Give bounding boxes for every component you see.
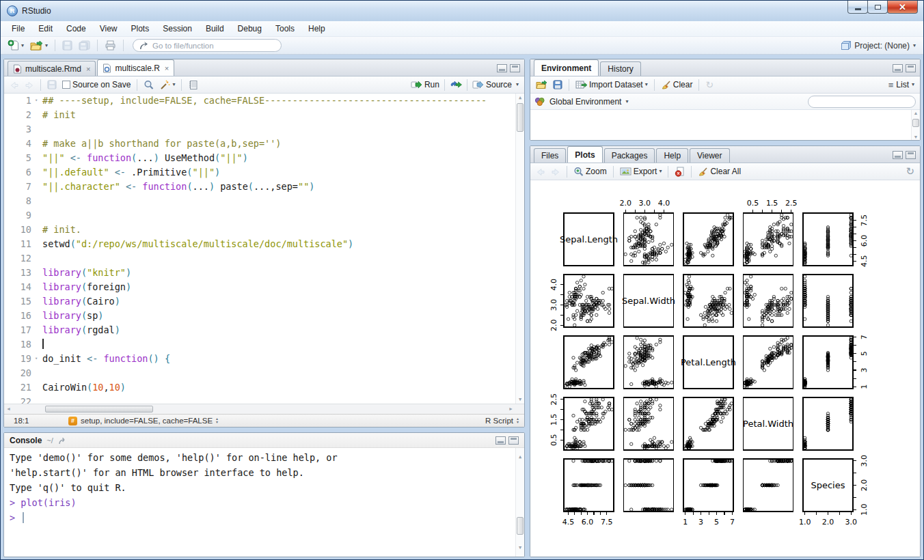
pane-maximize-button[interactable] [906, 151, 916, 159]
new-file-button[interactable]: ▾ [5, 39, 26, 52]
menu-help[interactable]: Help [301, 22, 332, 36]
menu-edit[interactable]: Edit [31, 22, 59, 36]
project-selector[interactable]: Project: (None) ▾ [840, 40, 919, 51]
scroll-down-icon[interactable]: ▼ [516, 397, 524, 402]
save-button[interactable] [60, 40, 74, 51]
refresh-environment-button[interactable]: ↻ [703, 79, 716, 91]
source-on-save-checkbox[interactable]: Source on Save [60, 79, 133, 90]
console-input-area[interactable]: ▲ ▼ Type 'demo()' for some demos, 'help(… [4, 448, 524, 557]
tab-viewer[interactable]: Viewer [690, 148, 729, 163]
pane-minimize-button[interactable] [893, 64, 903, 72]
source-button[interactable]: Source [470, 79, 514, 90]
editor-save-button[interactable] [45, 79, 59, 90]
menu-file[interactable]: File [5, 22, 31, 36]
editor-tab-multiscale.Rmd[interactable]: multiscale.Rmd× [8, 61, 96, 76]
console-vertical-scrollbar[interactable]: ▲ ▼ [515, 448, 524, 557]
window-maximize-button[interactable] [867, 1, 888, 14]
menu-debug[interactable]: Debug [231, 22, 269, 36]
pane-maximize-button[interactable] [510, 64, 520, 72]
zoom-plot-button[interactable]: Zoom [571, 166, 609, 178]
run-button[interactable]: Run [409, 79, 441, 90]
tab-close-icon[interactable]: × [165, 64, 169, 72]
pane-maximize-button[interactable] [906, 64, 916, 72]
open-file-button[interactable]: ▾ [28, 40, 50, 51]
rmd-file-icon [13, 64, 22, 74]
clear-all-plots-button[interactable]: Clear All [696, 166, 743, 178]
nav-forward-button[interactable] [23, 80, 36, 90]
list-view-selector[interactable]: ≡ List ▾ [886, 79, 916, 91]
export-plot-button[interactable]: Export ▾ [618, 166, 664, 177]
scroll-down-icon[interactable]: ▼ [516, 540, 524, 555]
tab-files[interactable]: Files [534, 148, 566, 163]
scroll-up-icon[interactable]: ▲ [516, 95, 524, 100]
menu-code[interactable]: Code [59, 22, 93, 36]
editor-tab-multiscale.R[interactable]: multiscale.R× [97, 59, 174, 76]
line-number: 19 [4, 352, 31, 366]
load-workspace-button[interactable] [534, 79, 549, 90]
previous-plot-button[interactable] [534, 167, 547, 177]
pane-minimize-button[interactable] [497, 64, 507, 72]
nav-back-button[interactable] [8, 80, 21, 90]
scroll-left-icon[interactable]: ◄ [6, 406, 11, 411]
source-options-button[interactable]: ▾ [514, 81, 521, 88]
menu-tools[interactable]: Tools [269, 22, 301, 36]
editor-vertical-scrollbar[interactable]: ▲ ▼ [515, 94, 524, 404]
titlebar[interactable]: R RStudio ✕ [1, 1, 923, 21]
fold-arrow-icon[interactable]: ▾ [31, 352, 41, 366]
menu-session[interactable]: Session [156, 22, 199, 36]
remove-plot-button[interactable] [672, 166, 687, 178]
pane-buttons [893, 151, 920, 163]
rerun-button[interactable] [448, 79, 464, 90]
environment-search-box[interactable] [808, 96, 916, 108]
print-button[interactable] [103, 40, 118, 51]
menu-build[interactable]: Build [199, 22, 231, 36]
tab-help[interactable]: Help [656, 148, 688, 163]
pane-minimize-button[interactable] [495, 436, 506, 445]
code-editor[interactable]: 1▾## ----setup, include=FALSE, cache=FAL… [4, 94, 524, 404]
chunk-selector[interactable]: # setup, include=FALSE, cache=FALSE ▴▾ [68, 417, 218, 425]
save-all-button[interactable] [77, 40, 92, 51]
environment-vertical-scrollbar[interactable]: ▲ ▼ [911, 110, 920, 140]
menu-plots[interactable]: Plots [124, 22, 157, 36]
goto-file-function-input[interactable] [151, 41, 275, 51]
scrollbar-thumb[interactable] [517, 103, 524, 132]
print-icon [105, 40, 116, 51]
scroll-up-icon[interactable]: ▲ [912, 111, 920, 115]
scrollbar-thumb[interactable] [517, 517, 524, 535]
import-dataset-button[interactable]: Import Dataset ▾ [573, 79, 650, 90]
svg-text:Sepal.Length: Sepal.Length [560, 234, 618, 244]
menu-view[interactable]: View [93, 22, 124, 36]
environment-search-input[interactable] [816, 97, 916, 107]
scrollbar-thumb[interactable] [912, 119, 919, 127]
goto-file-function-box[interactable] [133, 39, 282, 52]
chevron-down-icon[interactable]: ▾ [625, 99, 628, 104]
refresh-plot-button[interactable]: ↻ [903, 165, 916, 178]
window-minimize-button[interactable] [847, 1, 868, 14]
next-plot-button[interactable] [549, 167, 562, 177]
code-tools-button[interactable]: ▾ [157, 79, 177, 91]
environment-scope-label[interactable]: Global Environment [549, 97, 621, 107]
find-replace-button[interactable] [141, 79, 156, 91]
save-workspace-button[interactable] [551, 79, 565, 90]
jump-to-dir-icon[interactable] [58, 436, 68, 445]
fold-arrow-icon[interactable]: ▾ [31, 94, 41, 108]
tab-packages[interactable]: Packages [604, 148, 655, 163]
scroll-right-icon[interactable]: ► [508, 406, 513, 411]
chevron-down-icon: ▾ [516, 82, 519, 87]
editor-horizontal-scrollbar[interactable]: ◄ ► [4, 404, 524, 414]
environment-spheres-icon[interactable] [534, 97, 545, 107]
scroll-up-icon[interactable]: ▲ [516, 449, 524, 464]
pane-minimize-button[interactable] [893, 151, 903, 159]
file-type-selector[interactable]: R Script ▴▾ [485, 417, 519, 425]
tab-close-icon[interactable]: × [86, 65, 90, 73]
compile-notebook-button[interactable] [186, 79, 200, 91]
pane-maximize-button[interactable] [508, 436, 519, 445]
code-line: 7"||.character" <- function(...) paste(.… [4, 180, 524, 194]
scroll-down-icon[interactable]: ▼ [912, 135, 920, 139]
scrollbar-thumb[interactable] [45, 406, 153, 412]
window-close-button[interactable]: ✕ [887, 1, 918, 14]
tab-history[interactable]: History [600, 61, 640, 76]
tab-environment[interactable]: Environment [534, 59, 599, 76]
clear-environment-button[interactable]: Clear [659, 79, 695, 91]
tab-plots[interactable]: Plots [567, 146, 602, 163]
